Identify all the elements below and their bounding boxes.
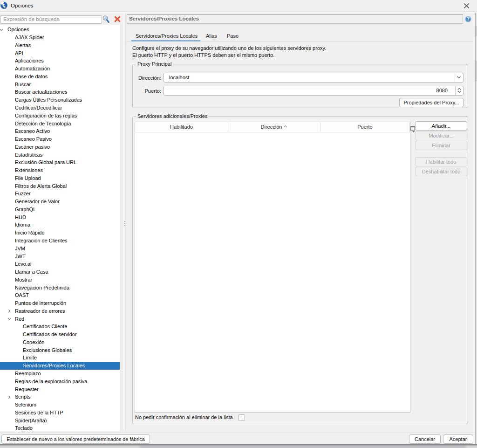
svg-text:?: ? [467,16,470,21]
